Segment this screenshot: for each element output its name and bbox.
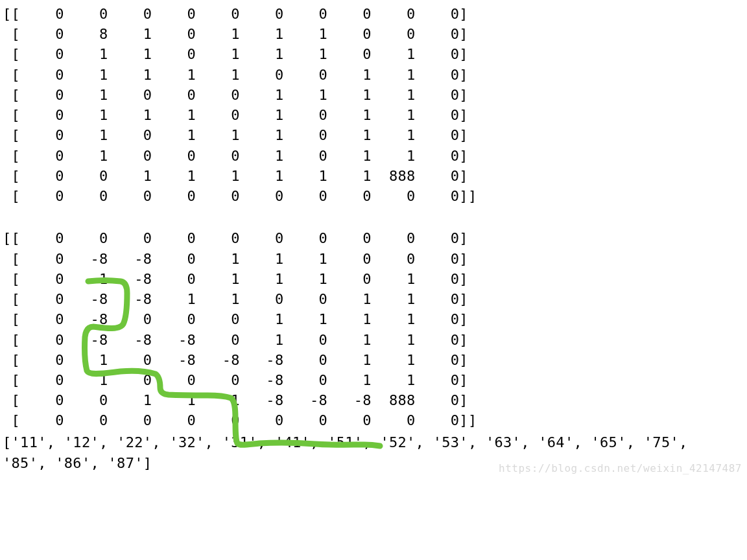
matrix-original: [[ 0 0 0 0 0 0 0 0 0 0] [ 0 8 1 0 1 1 1 … xyxy=(3,4,744,206)
page-root: [[ 0 0 0 0 0 0 0 0 0 0] [ 0 8 1 0 1 1 1 … xyxy=(0,0,747,477)
matrix-solved: [[ 0 0 0 0 0 0 0 0 0 0] [ 0 -8 -8 0 1 1 … xyxy=(3,228,744,430)
watermark-url: https://blog.csdn.net/weixin_42147487 xyxy=(499,462,742,474)
spacer-between-matrices xyxy=(3,206,744,228)
